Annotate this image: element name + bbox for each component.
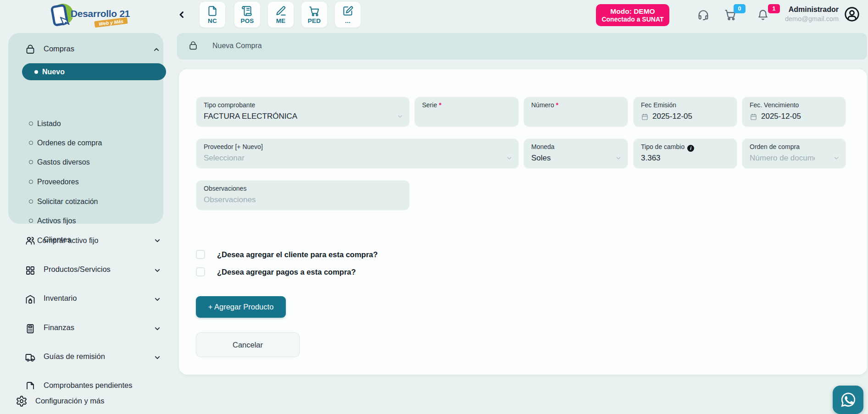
calendar-icon [641, 113, 649, 121]
add-product-button[interactable]: + Agregar Producto [196, 296, 286, 318]
edit-icon [342, 5, 354, 17]
serie-input[interactable]: Serie* [414, 97, 519, 127]
bullet-icon [29, 180, 33, 184]
chevron-up-icon [152, 45, 161, 54]
sidebar-item-label: Productos/Servicios [44, 265, 111, 274]
field-label: Proveedor [+ Nuevo] [204, 143, 263, 150]
headset-icon [697, 8, 710, 21]
sidebar-item-label: Listado [37, 120, 61, 127]
numero-input[interactable]: Número* [523, 97, 628, 127]
chevron-left-icon [176, 9, 187, 20]
sidebar-item-label: Solicitar cotización [37, 198, 98, 205]
quick-action-pos[interactable]: POS [234, 2, 260, 28]
sidebar-item-configuracion[interactable]: Configuración y más [0, 389, 171, 414]
demo-mode-badge[interactable]: Modo: DEMO Conectado a SUNAT [596, 4, 669, 26]
add-payments-checkbox[interactable] [196, 267, 205, 276]
chevron-down-icon [153, 324, 162, 333]
sidebar-item-listado[interactable]: Listado [22, 116, 160, 132]
sidebar-compras-label: Compras [44, 44, 74, 53]
warehouse-icon [25, 294, 36, 305]
mode-badge-line1: Modo: DEMO [610, 7, 655, 16]
calculator-icon [25, 323, 36, 334]
receipt-icon [241, 5, 253, 17]
notifications-button[interactable] [757, 8, 769, 21]
checkbox-label: ¿Desea agregar el cliente para esta comp… [217, 250, 378, 259]
sidebar-item-label: Proveedores [37, 178, 79, 186]
document-icon [206, 5, 218, 17]
grid-icon [25, 265, 36, 276]
active-bullet [34, 70, 38, 74]
checkbox-label: ¿Desea agregar pagos a esta compra? [217, 268, 356, 276]
bullet-icon [29, 160, 33, 164]
add-client-checkbox[interactable] [196, 250, 205, 259]
tipo-comprobante-select[interactable]: Tipo comprobante FACTURA ELECTRÓNICA [196, 97, 410, 127]
truck-icon [25, 352, 36, 363]
required-mark: * [556, 101, 558, 109]
moneda-select[interactable]: Moneda Soles [523, 138, 628, 169]
sidebar-item-proveedores[interactable]: Proveedores [22, 174, 160, 190]
chevron-down-icon [614, 154, 623, 162]
field-label: Tipo comprobante [204, 101, 255, 109]
field-label: Moneda [531, 143, 555, 150]
sidebar-item-label: Clientes [44, 235, 71, 244]
sidebar-item-nuevo[interactable]: Nuevo [22, 63, 166, 80]
sidebar-item-finanzas[interactable]: Finanzas [8, 317, 163, 341]
breadcrumb: Nueva Compra [177, 33, 867, 60]
proveedor-select[interactable]: Proveedor [+ Nuevo] Seleccionar [196, 138, 519, 169]
user-avatar[interactable] [844, 6, 860, 22]
field-value: 3.363 [641, 154, 661, 163]
fec-vencimiento-datepicker[interactable]: Fec. Vencimiento 2025-12-05 [742, 97, 846, 127]
field-label: Número* [531, 101, 558, 109]
quick-action-ped[interactable]: PED [301, 2, 327, 28]
mode-badge-line2: Conectado a SUNAT [601, 16, 663, 24]
sidebar-item-gastos-diversos[interactable]: Gastos diversos [22, 154, 160, 171]
sidebar-item-label: Ordenes de compra [37, 139, 102, 147]
tipo-cambio-input[interactable]: Tipo de cambioi 3.363 [633, 138, 737, 169]
collapse-sidebar-button[interactable] [176, 8, 189, 21]
field-placeholder: Seleccionar [204, 154, 245, 163]
info-icon: i [687, 145, 694, 152]
notification-count-badge: 1 [768, 4, 780, 13]
cart-icon [308, 5, 320, 17]
chevron-down-icon [153, 266, 162, 275]
shopping-bag-icon [25, 44, 36, 55]
bell-icon [757, 8, 769, 21]
quick-action-label: POS [240, 17, 254, 24]
tablet-icon [49, 4, 72, 28]
sidebar-compras-header[interactable]: Compras [8, 39, 163, 60]
quick-action-label: ME [276, 17, 286, 24]
page-title: Nueva Compra [212, 42, 262, 50]
quick-action-label: PED [308, 17, 321, 24]
quick-action-nc[interactable]: NC [200, 2, 225, 28]
field-label: Observaciones [204, 185, 246, 192]
quick-action-me[interactable]: ME [268, 2, 294, 28]
sidebar-item-inventario[interactable]: Inventario [8, 287, 163, 311]
observaciones-input[interactable]: Observaciones Observaciones [196, 180, 410, 210]
cancel-button[interactable]: Cancelar [196, 332, 300, 357]
sidebar-item-label: Gastos diversos [37, 158, 90, 166]
sidebar-item-label: Guías de remisión [44, 352, 105, 361]
user-email: demo@gmail.com [785, 15, 839, 24]
sidebar-item-solicitar-cotizacion[interactable]: Solicitar cotización [22, 193, 160, 210]
sidebar-item-productos-servicios[interactable]: Productos/Servicios [8, 259, 163, 282]
sidebar-item-label: Finanzas [44, 323, 74, 332]
quick-action-more[interactable]: ... [335, 2, 361, 28]
chevron-down-icon [832, 154, 840, 162]
bullet-icon [29, 219, 33, 223]
whatsapp-button[interactable] [833, 386, 863, 414]
sidebar-item-activos-fijos[interactable]: Activos fijos [22, 213, 160, 229]
whatsapp-icon [840, 391, 857, 408]
bullet-icon [29, 121, 33, 126]
field-label: Fec. Vencimiento [750, 101, 799, 109]
sidebar-item-guias-de-remision[interactable]: Guías de remisión [8, 346, 163, 370]
chevron-down-icon [153, 295, 162, 304]
orden-compra-select[interactable]: Orden de compra Número de documento [742, 138, 846, 169]
sidebar-item-ordenes-de-compra[interactable]: Ordenes de compra [22, 135, 160, 151]
add-payments-question-row: ¿Desea agregar pagos a esta compra? [196, 265, 356, 279]
chevron-down-icon [505, 154, 513, 162]
sidebar-item-label: Nuevo [42, 68, 65, 76]
support-button[interactable] [697, 8, 710, 21]
fec-emision-datepicker[interactable]: Fec Emisión 2025-12-05 [633, 97, 737, 127]
sidebar-item-clientes[interactable]: Clientes [8, 229, 163, 253]
app-logo[interactable]: Desarrollo 21 Web y Más [50, 3, 137, 28]
